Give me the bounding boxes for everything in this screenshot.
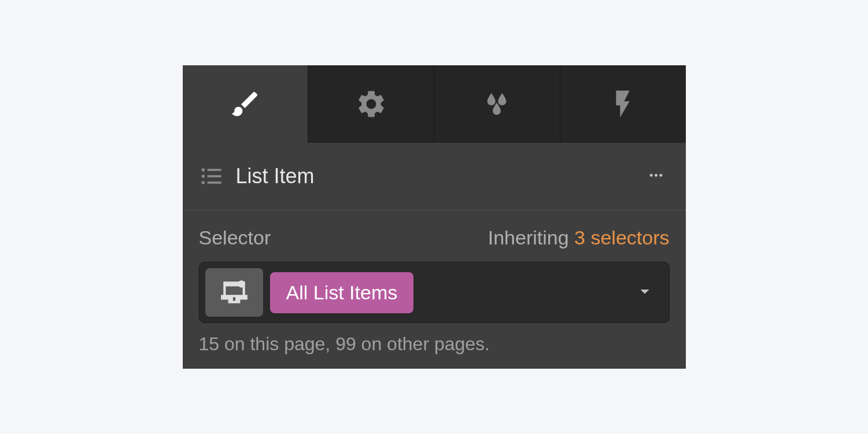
svg-point-7 bbox=[655, 174, 658, 177]
brush-icon bbox=[229, 88, 261, 120]
element-header-left: List Item bbox=[199, 164, 315, 189]
selector-header-row: Selector Inheriting 3 selectors bbox=[199, 227, 670, 249]
gear-icon bbox=[355, 88, 387, 120]
svg-rect-1 bbox=[207, 169, 221, 171]
settings-tab[interactable] bbox=[308, 65, 434, 143]
svg-point-2 bbox=[201, 175, 205, 178]
inheriting-label: Inheriting bbox=[488, 227, 569, 248]
desktop-icon bbox=[220, 278, 249, 307]
element-header: List Item bbox=[183, 143, 686, 210]
svg-point-0 bbox=[201, 168, 205, 172]
selector-count-text: 15 on this page, 99 on other pages. bbox=[199, 333, 670, 355]
selector-dropdown-arrow[interactable] bbox=[634, 281, 655, 304]
effects-tab[interactable] bbox=[434, 65, 560, 143]
svg-point-9 bbox=[238, 280, 245, 288]
interactions-tab[interactable] bbox=[560, 65, 686, 143]
selector-tag[interactable]: All List Items bbox=[270, 272, 414, 313]
style-tab[interactable] bbox=[183, 65, 309, 143]
drops-icon bbox=[481, 88, 513, 120]
element-name: List Item bbox=[236, 164, 315, 188]
inheriting-count: 3 selectors bbox=[574, 227, 669, 248]
inheriting-link[interactable]: Inheriting 3 selectors bbox=[488, 227, 670, 249]
svg-point-8 bbox=[659, 174, 662, 177]
svg-rect-3 bbox=[207, 175, 221, 177]
more-options-button[interactable] bbox=[640, 170, 670, 182]
bolt-icon bbox=[607, 88, 639, 120]
chevron-down-icon bbox=[634, 281, 655, 302]
style-panel: List Item Selector Inheriting 3 selector… bbox=[183, 65, 686, 369]
svg-point-4 bbox=[201, 181, 205, 184]
panel-tabs bbox=[183, 65, 686, 143]
selector-field[interactable]: All List Items bbox=[199, 262, 670, 323]
selector-section: Selector Inheriting 3 selectors All List… bbox=[183, 210, 686, 369]
selector-label: Selector bbox=[199, 227, 271, 249]
breakpoint-button[interactable] bbox=[205, 268, 263, 317]
svg-rect-5 bbox=[207, 181, 221, 184]
svg-point-6 bbox=[649, 174, 652, 177]
list-item-icon bbox=[199, 164, 224, 189]
